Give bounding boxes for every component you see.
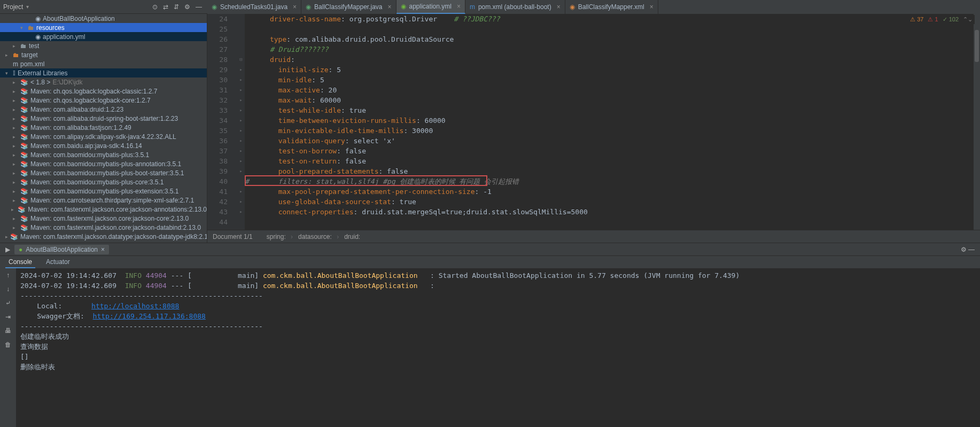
code-line[interactable]: druid: (245, 55, 974, 65)
tree-row[interactable]: ▸📚Maven: com.carrotsearch.thirdparty:sim… (0, 196, 207, 205)
tree-row[interactable]: ▸📚Maven: com.baomidou:mybatis-plus-boot-… (0, 168, 207, 177)
expand-toggle-icon[interactable]: ▸ (13, 98, 18, 103)
line-number[interactable]: 30 (207, 75, 228, 85)
tree-row[interactable]: ▸📚Maven: com.fasterxml.jackson.core:jack… (0, 214, 207, 223)
breadcrumb[interactable]: Document 1/1spring:datasource:druid: (207, 230, 980, 243)
close-icon[interactable]: × (557, 3, 561, 11)
tree-row[interactable]: ▸📚Maven: com.alibaba:fastjson:1.2.49 (0, 123, 207, 132)
expand-toggle-icon[interactable]: ▸ (13, 116, 18, 121)
code-line[interactable]: max-pool-prepared-statement-per-connecti… (245, 187, 974, 197)
code-line[interactable]: connect-properties: druid.stat.mergeSql=… (245, 207, 974, 217)
expand-toggle-icon[interactable]: ▸ (13, 152, 18, 158)
console-line[interactable]: ----------------------------------------… (20, 291, 976, 301)
fold-handle[interactable]: ▸ (237, 197, 245, 207)
fold-handle[interactable]: ⊟ (237, 55, 245, 65)
fold-handle[interactable] (237, 34, 245, 44)
expand-toggle-icon[interactable]: ▸ (13, 189, 18, 194)
line-number[interactable]: 25 (207, 24, 228, 34)
project-label[interactable]: Project (3, 3, 23, 11)
console-output[interactable]: 2024-07-02 19:14:42.607 INFO 44904 --- [… (16, 268, 980, 427)
fold-handle[interactable] (237, 176, 245, 187)
project-dropdown-icon[interactable]: ▾ (26, 4, 29, 10)
fold-handle[interactable] (237, 24, 245, 34)
console-line[interactable]: ----------------------------------------… (20, 321, 976, 331)
breadcrumb-item[interactable]: datasource: (298, 233, 339, 240)
code-line[interactable]: test-on-return: false (245, 156, 974, 166)
line-number[interactable]: 33 (207, 105, 228, 115)
expand-toggle-icon[interactable]: ▸ (5, 234, 8, 239)
fold-handle[interactable]: ▸ (237, 156, 245, 166)
tree-row[interactable]: ▸📚Maven: com.baidu.aip:java-sdk:4.16.14 (0, 141, 207, 150)
breadcrumb-item[interactable]: Document 1/1 (213, 233, 253, 240)
tree-row[interactable]: ▸📚Maven: com.fasterxml.jackson.core:jack… (0, 205, 207, 214)
expand-toggle-icon[interactable]: ▸ (13, 107, 18, 112)
project-tree[interactable]: ◉AboutBallBootApplication▾🖿resources◉app… (0, 14, 207, 243)
close-icon[interactable]: × (101, 246, 105, 253)
breadcrumb-item[interactable]: druid: (344, 233, 363, 240)
line-number-gutter[interactable]: 2425262728293031323334353637383940414243… (207, 14, 237, 230)
line-number[interactable]: 43 (207, 207, 228, 217)
inspection-widget[interactable]: ⚠ 37 ⚠ 1 ✓ 102 ⌃⌄ (908, 15, 975, 24)
fold-handle[interactable]: ▸ (237, 136, 245, 146)
code-line[interactable]: test-while-idle: true (245, 105, 974, 115)
code-area[interactable]: driver-class-name: org.postgresql.Driver… (245, 14, 974, 230)
tree-row[interactable]: ▸📚Maven: com.alibaba:druid:1.2.23 (0, 105, 207, 114)
code-line[interactable]: max-wait: 60000 (245, 95, 974, 105)
fold-handle[interactable]: ▸ (237, 105, 245, 115)
close-icon[interactable]: × (293, 3, 297, 11)
url-link[interactable]: http://localhost:8088 (91, 302, 179, 310)
fold-handle[interactable]: ▸ (237, 166, 245, 176)
editor-tab[interactable]: ◉BallClassifyMapper.xml× (565, 0, 658, 14)
line-number[interactable]: 26 (207, 34, 228, 44)
soft-wrap-icon[interactable]: ⤶ (5, 299, 11, 307)
console-line[interactable]: 2024-07-02 19:14:42.607 INFO 44904 --- [… (20, 270, 976, 281)
fold-handle[interactable]: ▸ (237, 115, 245, 126)
line-number[interactable]: 39 (207, 166, 228, 176)
editor-body[interactable]: 2425262728293031323334353637383940414243… (207, 14, 980, 230)
console-line[interactable]: [] (20, 352, 976, 362)
expand-toggle-icon[interactable]: ▸ (13, 225, 18, 230)
expand-icon[interactable]: ⇄ (163, 3, 168, 11)
run-chevron-icon[interactable]: ▶ (5, 246, 10, 253)
code-line[interactable]: validation-query: select 'x' (245, 136, 974, 146)
editor-tab[interactable]: ◉ScheduledTasks01.java× (207, 0, 301, 14)
code-line[interactable]: min-idle: 5 (245, 75, 974, 85)
line-number[interactable]: 24 (207, 14, 228, 24)
code-line[interactable]: min-evictable-idle-time-millis: 30000 (245, 126, 974, 136)
editor-tab[interactable]: ◉BallClassifyMapper.java× (301, 0, 396, 14)
expand-toggle-icon[interactable]: ▸ (13, 143, 18, 149)
editor-tab[interactable]: mpom.xml (about-ball-boot)× (465, 0, 565, 14)
fold-handle[interactable] (237, 14, 245, 24)
line-number[interactable]: 35 (207, 126, 228, 136)
console-line[interactable]: Swagger文档: http://169.254.117.136:8088 (20, 311, 976, 321)
console-tab[interactable]: Actuator (43, 257, 73, 268)
expand-toggle-icon[interactable]: ▸ (11, 207, 15, 212)
code-line[interactable]: time-between-eviction-runs-millis: 60000 (245, 115, 974, 126)
error-icon[interactable]: ⚠ 1 (928, 16, 938, 23)
line-number[interactable]: 42 (207, 197, 228, 207)
expand-toggle-icon[interactable]: ▸ (13, 198, 18, 203)
tree-row[interactable]: ▸📚Maven: com.alibaba:druid-spring-boot-s… (0, 114, 207, 123)
tree-row[interactable]: ▾𝕀External Libraries (0, 68, 207, 77)
code-line[interactable]: pool-prepared-statements: false (245, 166, 974, 176)
fold-handle[interactable] (237, 44, 245, 55)
code-line[interactable]: type: com.alibaba.druid.pool.DruidDataSo… (245, 34, 974, 44)
line-number[interactable]: 44 (207, 217, 228, 227)
expand-toggle-icon[interactable]: ▸ (13, 170, 18, 176)
console-line[interactable]: 删除临时表 (20, 362, 976, 372)
gear-icon[interactable]: ⚙ (184, 3, 190, 11)
print-icon[interactable]: 🖶 (5, 327, 11, 335)
code-line[interactable]: driver-class-name: org.postgresql.Driver… (245, 14, 974, 24)
up-icon[interactable]: ↑ (6, 271, 10, 279)
close-icon[interactable]: × (457, 3, 461, 10)
close-icon[interactable]: × (388, 3, 392, 11)
fold-handle[interactable]: ▸ (237, 95, 245, 105)
console-line[interactable]: 创建临时表成功 (20, 331, 976, 341)
expand-toggle-icon[interactable]: ▸ (13, 216, 18, 221)
line-number[interactable]: 32 (207, 95, 228, 105)
line-number[interactable]: 40 (207, 176, 228, 187)
tree-row[interactable]: ▸📚Maven: ch.qos.logback:logback-core:1.2… (0, 96, 207, 105)
fold-handle[interactable]: ▸ (237, 146, 245, 156)
fold-handle[interactable]: ▸ (237, 126, 245, 136)
url-link[interactable]: http://169.254.117.136:8088 (93, 312, 206, 320)
